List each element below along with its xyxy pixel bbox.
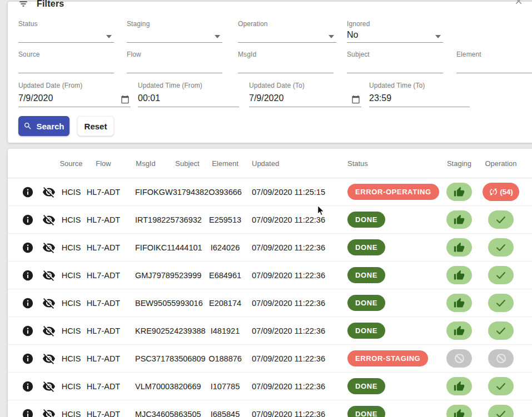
table-row: HCISHL7-ADTFIFOKGW31794382O39366607/09/2… [8, 178, 532, 206]
blocked-icon [495, 353, 507, 364]
updated-date-to-label: Updated Date (To) [249, 82, 305, 89]
info-icon[interactable] [22, 408, 34, 417]
staging-approve-button[interactable] [446, 321, 472, 340]
check-icon [495, 408, 507, 417]
info-icon[interactable] [22, 186, 34, 198]
info-icon[interactable] [22, 353, 34, 365]
col-status: Status [337, 159, 442, 168]
status-select[interactable]: Status [18, 20, 114, 43]
staging-select[interactable]: Staging [127, 20, 222, 43]
info-icon[interactable] [22, 297, 34, 309]
cell-staging [442, 294, 476, 312]
staging-approve-button[interactable] [446, 377, 472, 395]
subject-input[interactable]: Subject [347, 51, 443, 73]
calendar-icon[interactable] [121, 95, 130, 104]
cell-source: HCIS [59, 299, 83, 308]
staging-approve-button[interactable] [446, 405, 472, 417]
row-info-cell [16, 186, 39, 198]
row-info-cell [16, 242, 39, 254]
cell-updated: 07/09/2020 11:22:36 [243, 354, 337, 363]
cell-msgid: PSC371783506809 [123, 354, 168, 363]
source-input[interactable]: Source [18, 51, 114, 73]
operation-done-button[interactable] [488, 294, 514, 312]
filter-list-icon [18, 0, 28, 9]
status-badge: DONE [347, 323, 385, 339]
thumb-up-icon [454, 214, 465, 225]
cell-status: DONE [337, 295, 442, 311]
info-icon[interactable] [22, 325, 34, 337]
updated-time-to-input[interactable]: Updated Time (To) 23:59 [369, 82, 470, 107]
cell-flow: HL7-ADT [83, 243, 123, 252]
thumb-up-icon [454, 242, 465, 253]
element-input[interactable]: Element [456, 51, 532, 73]
row-ignore-cell [39, 324, 59, 338]
ignored-select[interactable]: Ignored No [347, 20, 443, 43]
staging-approve-button[interactable] [446, 210, 472, 229]
filters-actions: Search Reset [18, 116, 114, 136]
info-icon[interactable] [22, 242, 34, 254]
row-ignore-cell [39, 380, 59, 393]
cell-element: E208174 [207, 299, 243, 308]
status-badge: DONE [347, 267, 385, 283]
cell-status: DONE [337, 378, 442, 394]
cell-msgid: VLM70003820669 [123, 382, 168, 391]
cell-source: HCIS [59, 382, 83, 391]
eye-off-icon[interactable] [42, 380, 56, 393]
updated-time-from-input[interactable]: Updated Time (From) 00:01 [138, 82, 239, 107]
cell-msgid: MJC34605863505 [123, 410, 168, 417]
cell-element: E684961 [207, 271, 243, 280]
msgid-label: MsgId [238, 51, 256, 58]
cell-msgid: FIFOKGW31794382 [123, 188, 168, 197]
thumb-up-icon [454, 298, 465, 309]
flow-input[interactable]: Flow [127, 51, 222, 73]
info-icon[interactable] [22, 380, 34, 393]
operation-select[interactable]: Operation [238, 20, 336, 43]
check-icon [495, 214, 507, 226]
cell-updated: 07/09/2020 11:22:36 [243, 382, 337, 391]
operation-done-button[interactable] [488, 210, 514, 229]
eye-off-icon[interactable] [42, 185, 56, 199]
staging-approve-button[interactable] [446, 294, 472, 312]
operation-retry-button[interactable]: (54) [483, 183, 519, 201]
eye-off-icon[interactable] [42, 324, 56, 338]
eye-off-icon[interactable] [42, 352, 56, 365]
operation-done-button[interactable] [488, 321, 514, 340]
info-icon[interactable] [22, 214, 34, 226]
cell-status: DONE [337, 267, 442, 283]
operation-done-button[interactable] [488, 266, 514, 284]
cell-source: HCIS [59, 188, 83, 197]
thumb-up-icon [454, 409, 465, 417]
cell-element: O393666 [207, 188, 243, 197]
close-icon[interactable] [514, 0, 524, 6]
cell-operation [476, 266, 526, 284]
reset-button[interactable]: Reset [77, 116, 114, 136]
eye-off-icon[interactable] [42, 408, 56, 417]
calendar-icon[interactable] [351, 95, 360, 104]
eye-off-icon[interactable] [42, 241, 56, 254]
staging-approve-button[interactable] [446, 183, 472, 201]
staging-approve-button[interactable] [446, 238, 472, 257]
cell-operation [476, 377, 526, 395]
eye-off-icon[interactable] [42, 297, 56, 310]
msgid-input[interactable]: MsgId [238, 51, 334, 73]
search-button[interactable]: Search [18, 116, 69, 136]
cell-updated: 07/09/2020 11:22:36 [243, 215, 337, 224]
operation-done-button[interactable] [488, 405, 514, 417]
operation-done-button[interactable] [488, 377, 514, 395]
staging-blocked-button[interactable] [446, 349, 472, 368]
cell-source: HCIS [59, 215, 83, 224]
operation-done-button[interactable] [488, 238, 514, 257]
check-icon [495, 325, 507, 337]
operation-blocked-button[interactable] [488, 349, 514, 368]
updated-date-to-input[interactable]: Updated Date (To) 7/9/2020 [249, 82, 361, 107]
staging-approve-button[interactable] [446, 266, 472, 284]
row-info-cell [16, 269, 39, 282]
cell-operation [476, 294, 526, 312]
cell-msgid: FIFOIKC11444101 [123, 243, 168, 252]
updated-date-from-input[interactable]: Updated Date (From) 7/9/2020 [18, 82, 131, 107]
info-icon[interactable] [22, 269, 34, 282]
cell-status: DONE [337, 212, 442, 228]
cell-staging [442, 405, 476, 417]
eye-off-icon[interactable] [42, 269, 56, 282]
eye-off-icon[interactable] [42, 213, 56, 227]
